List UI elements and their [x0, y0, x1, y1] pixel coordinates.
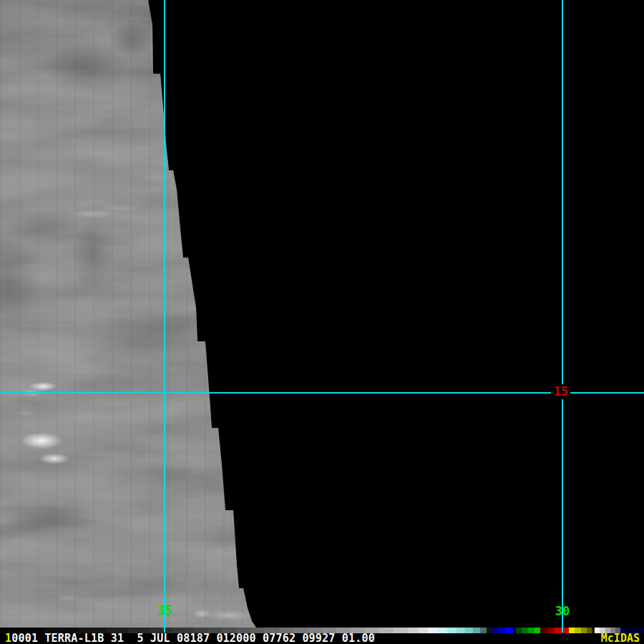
mcidas-brand-label: McIDAS	[601, 633, 640, 644]
status-bar: 10001 TERRA-L1B 31 5 JUL 08187 012000 07…	[0, 633, 644, 644]
image-info-text: 10001 TERRA-L1B 31 5 JUL 08187 012000 07…	[5, 633, 375, 644]
image-viewport[interactable]	[0, 0, 644, 644]
grid-label-35: 35	[157, 605, 172, 616]
grid-line-vertical-30-upper	[562, 0, 563, 384]
grid-label-30: 30	[555, 606, 570, 617]
grid-line-vertical-35	[164, 0, 165, 633]
mcidas-window: 35 30 15 10001 TERRA-L1B 31 5 JUL 08187 …	[0, 0, 644, 644]
image-info-rest: 0001 TERRA-L1B 31 5 JUL 08187 012000 077…	[11, 632, 375, 644]
grid-line-horizontal-15-left	[0, 392, 551, 394]
scanline-texture	[0, 0, 258, 628]
frame-number: 1	[5, 632, 11, 644]
satellite-image-swath[interactable]	[0, 0, 258, 628]
grid-line-vertical-30-lower	[562, 399, 563, 633]
grid-line-horizontal-15-right	[570, 392, 644, 394]
grid-label-15: 15	[554, 386, 568, 397]
